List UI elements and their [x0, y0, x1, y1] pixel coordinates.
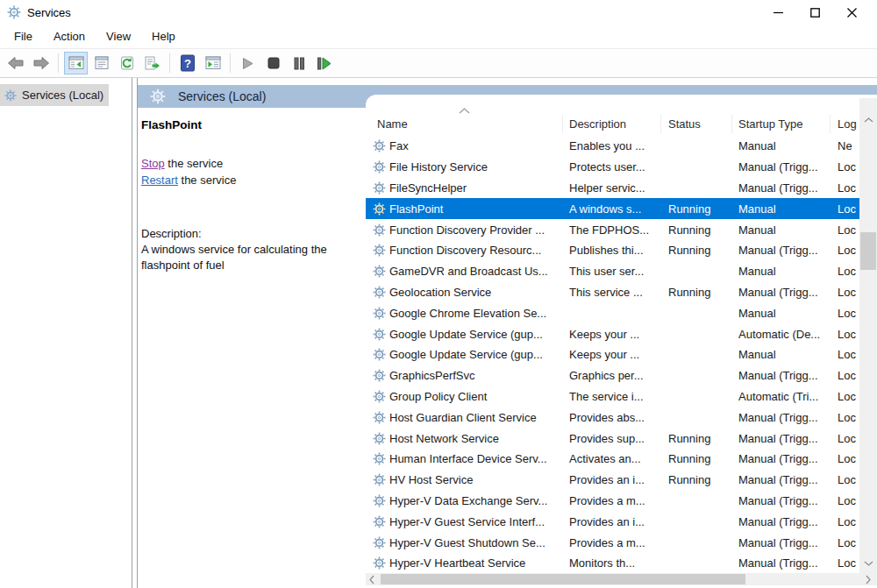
- service-gear-icon: [373, 139, 386, 152]
- service-startup-type-cell: Manual (Trigg...: [732, 286, 831, 299]
- service-log-on-as-cell: Loc: [831, 473, 857, 486]
- service-name-cell: Hyper-V Heartbeat Service: [389, 556, 525, 570]
- maximize-button[interactable]: [796, 0, 833, 25]
- table-row[interactable]: Hyper-V Heartbeat Service Monitors th...…: [366, 553, 859, 574]
- service-startup-type-cell: Manual (Trigg...: [732, 556, 831, 570]
- band-gear-icon: [150, 89, 166, 104]
- service-name-cell: Function Discovery Provider ...: [389, 223, 545, 237]
- table-row[interactable]: Google Chrome Elevation Se... Manual Loc: [366, 302, 859, 323]
- table-row[interactable]: Hyper-V Guest Shutdown Se... Provides a …: [366, 532, 859, 553]
- service-description-cell: The FDPHOS...: [563, 223, 661, 237]
- column-header-status[interactable]: Status: [661, 115, 732, 133]
- table-row[interactable]: Google Update Service (gup... Keeps your…: [366, 323, 859, 344]
- service-status-cell: Running: [661, 202, 732, 216]
- service-gear-icon: [373, 473, 386, 486]
- action-pane-icon: [205, 56, 221, 70]
- table-row[interactable]: Human Interface Device Serv... Activates…: [366, 449, 859, 470]
- forward-button[interactable]: [29, 52, 53, 74]
- start-service-button[interactable]: [236, 52, 260, 74]
- console-tree-icon: [68, 56, 84, 70]
- restart-service-link[interactable]: Restart: [141, 174, 178, 187]
- stop-service-button[interactable]: [261, 52, 285, 74]
- service-description-cell: Provides a m...: [563, 536, 661, 549]
- scroll-up-icon[interactable]: [859, 117, 877, 123]
- table-row[interactable]: GraphicsPerfSvc Graphics per... Manual (…: [366, 365, 859, 386]
- scroll-left-icon[interactable]: [369, 573, 374, 585]
- scroll-down-icon[interactable]: [859, 561, 877, 566]
- table-row[interactable]: Host Guardian Client Service Provides ab…: [366, 407, 859, 428]
- help-button[interactable]: ?: [175, 52, 199, 74]
- scroll-right-icon[interactable]: [866, 573, 871, 585]
- table-row[interactable]: Function Discovery Resourc... Publishes …: [366, 240, 859, 261]
- table-row[interactable]: HV Host Service Provides an i... Running…: [366, 470, 859, 491]
- table-row[interactable]: Fax Enables you ... Manual Ne: [366, 136, 859, 157]
- service-gear-icon: [373, 369, 386, 382]
- service-startup-type-cell: Manual (Trigg...: [732, 244, 831, 257]
- menu-file[interactable]: File: [4, 26, 43, 46]
- table-row[interactable]: Hyper-V Guest Service Interf... Provides…: [366, 511, 859, 532]
- table-row[interactable]: Host Network Service Provides sup... Run…: [366, 428, 859, 449]
- service-name-cell: HV Host Service: [389, 473, 473, 486]
- column-header-description[interactable]: Description: [563, 115, 661, 133]
- service-log-on-as-cell: Loc: [831, 556, 857, 570]
- service-description-cell: Keeps your ...: [563, 348, 661, 361]
- horizontal-scrollbar[interactable]: [366, 573, 877, 585]
- restart-service-button[interactable]: [312, 52, 336, 74]
- minimize-button[interactable]: [759, 0, 796, 25]
- tree-item-services-local[interactable]: Services (Local): [0, 84, 109, 106]
- service-description-cell: A windows s...: [563, 202, 661, 216]
- service-name-cell: FileSyncHelper: [389, 181, 467, 195]
- service-gear-icon: [373, 515, 386, 528]
- service-name-cell: Google Update Service (gup...: [389, 328, 543, 341]
- extended-task-pane: FlashPoint Stop the service Restart the …: [138, 108, 366, 588]
- horizontal-scroll-thumb[interactable]: [381, 574, 745, 584]
- service-name-cell: FlashPoint: [389, 202, 443, 216]
- table-row[interactable]: FileSyncHelper Helper servic... Manual (…: [366, 178, 859, 199]
- service-log-on-as-cell: Loc: [831, 452, 857, 465]
- vertical-scrollbar[interactable]: [859, 98, 877, 573]
- menu-help[interactable]: Help: [141, 26, 186, 46]
- service-status-cell: Running: [661, 286, 732, 299]
- service-description-cell: Helper servic...: [563, 181, 661, 195]
- table-row[interactable]: FlashPoint A windows s... Running Manual…: [366, 198, 859, 219]
- table-row[interactable]: Group Policy Client The service i... Aut…: [366, 386, 859, 407]
- column-header-name[interactable]: Name: [366, 115, 563, 133]
- service-log-on-as-cell: Loc: [831, 432, 857, 445]
- menu-action[interactable]: Action: [43, 26, 96, 46]
- vertical-scroll-thumb[interactable]: [860, 232, 876, 270]
- close-button[interactable]: [833, 0, 870, 25]
- service-log-on-as-cell: Loc: [831, 328, 857, 341]
- export-list-button[interactable]: [140, 52, 164, 74]
- back-button[interactable]: [4, 52, 27, 74]
- service-startup-type-cell: Automatic (Tri...: [732, 390, 831, 403]
- menu-bar: File Action View Help: [0, 25, 877, 48]
- show-action-pane-button[interactable]: [201, 52, 225, 74]
- service-startup-type-cell: Manual (Trigg...: [732, 515, 831, 528]
- refresh-button[interactable]: [115, 52, 139, 74]
- toolbar: ?: [0, 48, 877, 78]
- service-name-cell: File History Service: [389, 160, 488, 174]
- service-gear-icon: [373, 244, 386, 257]
- service-description-cell: Provides abs...: [563, 411, 661, 424]
- table-row[interactable]: Hyper-V Data Exchange Serv... Provides a…: [366, 491, 859, 512]
- stop-service-link[interactable]: Stop: [141, 157, 165, 170]
- properties-icon: [94, 56, 110, 70]
- table-row[interactable]: Geolocation Service This service ... Run…: [366, 282, 859, 303]
- table-row[interactable]: Function Discovery Provider ... The FDPH…: [366, 219, 859, 240]
- service-startup-type-cell: Manual: [732, 307, 831, 320]
- sort-ascending-icon[interactable]: [459, 108, 470, 114]
- column-header-startup-type[interactable]: Startup Type: [732, 115, 831, 133]
- table-row[interactable]: Google Update Service (gup... Keeps your…: [366, 344, 859, 365]
- properties-button[interactable]: [89, 52, 113, 74]
- pause-service-button[interactable]: [287, 52, 310, 74]
- show-console-tree-button[interactable]: [64, 52, 88, 74]
- toolbar-separator: [230, 53, 231, 73]
- service-description-cell: Enables you ...: [563, 139, 661, 152]
- forward-icon: [32, 56, 50, 70]
- table-row[interactable]: GameDVR and Broadcast Us... This user se…: [366, 261, 859, 282]
- svg-text:?: ?: [184, 57, 191, 70]
- table-row[interactable]: File History Service Protects user... Ma…: [366, 157, 859, 178]
- menu-view[interactable]: View: [96, 26, 141, 46]
- content-area: Services (Local) Services (Local) FlashP…: [0, 78, 877, 588]
- service-log-on-as-cell: Loc: [831, 286, 857, 299]
